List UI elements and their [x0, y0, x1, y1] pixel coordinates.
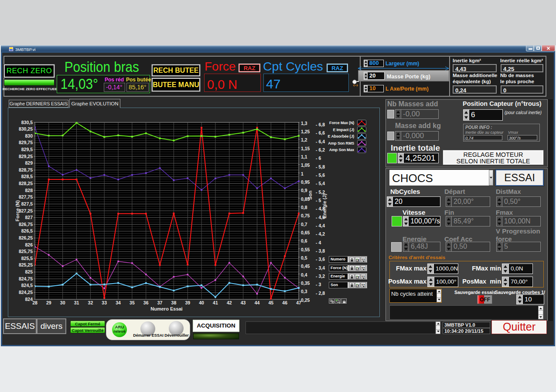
svg-text:827: 827 [25, 215, 33, 220]
svg-text:T.T: T.T [362, 267, 365, 269]
svg-text:- 3: - 3 [316, 282, 321, 287]
svg-text:- 3,4: - 3,4 [316, 265, 325, 270]
svg-text:0,55: 0,55 [301, 247, 310, 252]
svg-text:39: 39 [185, 300, 190, 305]
svg-text:0,45: 0,45 [301, 264, 310, 269]
svg-text:38: 38 [171, 300, 177, 305]
svg-text:E Absorbée (J): E Absorbée (J) [328, 134, 355, 139]
svg-text:Force (N): Force (N) [15, 200, 20, 222]
svg-text:829: 829 [25, 160, 33, 166]
svg-text:42: 42 [227, 300, 232, 305]
svg-text:828,75: 828,75 [19, 167, 33, 172]
svg-text:824,75: 824,75 [19, 276, 33, 281]
svg-text:40: 40 [199, 300, 204, 305]
svg-text:Y: Y [358, 284, 360, 287]
svg-text:- 6: - 6 [316, 155, 321, 161]
svg-text:829,5: 829,5 [21, 147, 33, 152]
svg-text:Force Max (N): Force Max (N) [329, 121, 354, 125]
svg-text:827,25: 827,25 [19, 208, 33, 213]
svg-text:45: 45 [268, 300, 273, 305]
svg-text:28: 28 [32, 300, 38, 305]
svg-text:827,5: 827,5 [21, 201, 33, 206]
svg-text:33: 33 [102, 300, 107, 305]
svg-text:825,5: 825,5 [21, 256, 33, 261]
svg-text:- 3,8: - 3,8 [316, 248, 325, 253]
svg-text:827,75: 827,75 [19, 194, 33, 199]
svg-text:43: 43 [241, 300, 246, 305]
svg-text:1,1: 1,1 [301, 154, 307, 159]
svg-text:T.T: T.T [362, 258, 365, 261]
svg-text:0,65: 0,65 [301, 230, 310, 235]
svg-text:E Impact (J): E Impact (J) [333, 128, 354, 132]
svg-text:825,75: 825,75 [19, 249, 33, 254]
svg-text:- 2,8: - 2,8 [316, 291, 325, 296]
svg-text:- 4,4: - 4,4 [316, 223, 325, 228]
svg-text:37: 37 [157, 300, 163, 305]
svg-text:29: 29 [46, 300, 51, 305]
svg-text:0,3: 0,3 [301, 289, 307, 294]
svg-text:Y: Y [358, 267, 360, 270]
svg-text:- 4: - 4 [316, 240, 321, 245]
svg-text:828,25: 828,25 [19, 181, 33, 186]
svg-text:- 6,2: - 6,2 [316, 147, 325, 152]
svg-text:825,25: 825,25 [19, 262, 33, 267]
svg-text:30: 30 [60, 300, 65, 305]
svg-text:1,2: 1,2 [301, 137, 307, 142]
svg-text:T.T: T.T [362, 275, 365, 278]
svg-text:830: 830 [25, 133, 33, 139]
svg-text:- 5,6: - 5,6 [316, 172, 325, 178]
svg-text:0,7: 0,7 [301, 222, 307, 227]
svg-text:0,25: 0,25 [301, 297, 310, 303]
svg-text:826,25: 826,25 [19, 235, 33, 240]
svg-text:31: 31 [74, 300, 79, 305]
svg-text:36: 36 [143, 300, 149, 305]
svg-text:0,5: 0,5 [301, 255, 307, 260]
svg-text:826,5: 826,5 [21, 228, 33, 233]
svg-text:- 3,6: - 3,6 [316, 257, 325, 262]
svg-text:826,75: 826,75 [19, 222, 33, 227]
svg-text:41: 41 [213, 300, 218, 305]
svg-text:- 6,6: - 6,6 [316, 130, 325, 135]
svg-text:Energie (J): Energie (J) [322, 193, 327, 218]
svg-text:Amp Son Max: Amp Son Max [329, 148, 355, 152]
svg-text:Amp Son RMS: Amp Son RMS [328, 141, 354, 145]
svg-text:Numero Essai: Numero Essai [150, 306, 182, 311]
svg-text:1: 1 [301, 171, 304, 176]
svg-text:- 5: - 5 [316, 198, 321, 203]
svg-text:825: 825 [25, 269, 33, 274]
svg-text:- 3,2: - 3,2 [316, 274, 325, 279]
svg-text:46: 46 [282, 300, 287, 305]
svg-text:32: 32 [88, 300, 93, 305]
svg-text:- 6,8: - 6,8 [316, 122, 325, 127]
svg-text:X: X [358, 259, 360, 262]
svg-text:824,25: 824,25 [19, 290, 33, 295]
svg-text:T.T: T.T [362, 284, 365, 286]
svg-text:0,9: 0,9 [301, 188, 307, 193]
svg-text:1,15: 1,15 [301, 146, 310, 151]
svg-text:824,5: 824,5 [21, 283, 33, 288]
svg-text:- 5,8: - 5,8 [316, 164, 325, 169]
svg-text:830,25: 830,25 [19, 126, 33, 132]
svg-text:828: 828 [25, 188, 33, 193]
svg-text:- 6,4: - 6,4 [316, 139, 325, 144]
svg-text:0,35: 0,35 [301, 280, 310, 286]
svg-text:0,75: 0,75 [301, 213, 310, 218]
svg-text:0,4: 0,4 [301, 272, 307, 277]
svg-text:- 5,4: - 5,4 [316, 181, 325, 186]
svg-text:829,75: 829,75 [19, 140, 33, 145]
svg-text:1,3: 1,3 [301, 121, 307, 126]
svg-text:44: 44 [255, 300, 260, 305]
svg-text:34: 34 [116, 300, 121, 305]
svg-text:0,6: 0,6 [301, 238, 307, 243]
svg-text:828,5: 828,5 [21, 174, 33, 179]
svg-text:829,25: 829,25 [19, 154, 33, 159]
svg-text:0,8: 0,8 [301, 205, 307, 210]
svg-text:1,05: 1,05 [301, 162, 310, 168]
svg-text:1,25: 1,25 [301, 129, 310, 134]
svg-text:Son: Son [307, 190, 313, 199]
svg-text:830,5: 830,5 [21, 120, 33, 125]
svg-text:0,95: 0,95 [301, 179, 310, 185]
svg-text:- 4,2: - 4,2 [316, 231, 325, 237]
svg-text:824: 824 [25, 297, 33, 302]
svg-text:826: 826 [25, 242, 33, 247]
